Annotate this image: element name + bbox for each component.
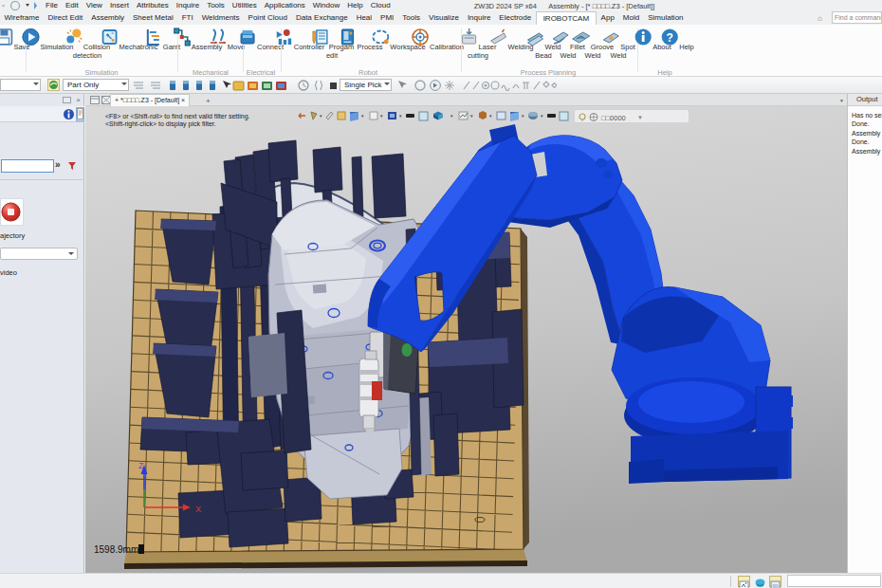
svg-text:▼: ▼ [360,114,364,119]
svg-text:▼: ▼ [450,114,453,119]
svg-text:Z: Z [138,461,144,470]
svg-text:?: ? [667,31,673,45]
svg-text:▼: ▼ [488,114,492,119]
svg-text:▼: ▼ [469,114,473,119]
svg-text:X: X [195,505,201,514]
svg-text:▼: ▼ [637,115,643,120]
svg-text:▼: ▼ [379,114,383,119]
svg-text:□□0000: □□0000 [601,114,626,122]
svg-text:▼: ▼ [398,114,402,119]
svg-text:▼: ▼ [540,114,543,119]
svg-text:▼: ▼ [319,114,322,119]
svg-text:▼: ▼ [521,114,524,119]
